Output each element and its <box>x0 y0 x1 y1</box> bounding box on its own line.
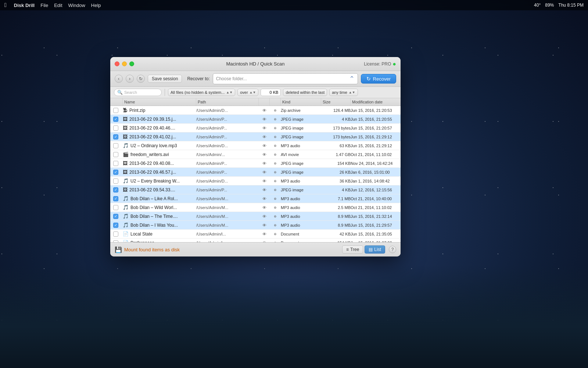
list-view-button[interactable]: ▤ List <box>365 245 385 254</box>
filter-divider <box>165 89 165 96</box>
help-button[interactable]: ? <box>389 246 396 253</box>
col-kind[interactable]: Kind <box>281 98 321 106</box>
file-date: Oct 21, 2014, 11:10:02 <box>351 205 401 210</box>
preview-icon[interactable]: 👁 <box>261 152 267 158</box>
row-checkbox[interactable]: ✓ <box>113 223 118 228</box>
row-checkbox[interactable]: ✓ <box>113 134 118 139</box>
file-list: 🗜Print.zip/Users/Admin/D...👁⊕Zip archive… <box>110 106 401 242</box>
action-icon[interactable]: ⊕ <box>272 125 278 131</box>
preview-icon[interactable]: 👁 <box>261 160 267 166</box>
back-button[interactable]: ‹ <box>115 75 123 83</box>
row-checkbox[interactable] <box>113 161 118 166</box>
minimize-button[interactable] <box>122 61 127 66</box>
file-name: Preferences <box>130 240 154 243</box>
over-dropdown[interactable]: over ▲▼ <box>237 89 258 96</box>
row-checkbox[interactable] <box>113 178 118 184</box>
row-checkbox[interactable]: ✓ <box>113 187 118 192</box>
preview-icon[interactable]: 👁 <box>261 107 267 113</box>
file-path: /Users/Admin/M... <box>196 223 259 227</box>
action-icon[interactable]: ⊕ <box>272 169 278 175</box>
action-icon[interactable]: ⊕ <box>272 205 278 210</box>
action-icon[interactable]: ⊕ <box>272 116 278 122</box>
close-button[interactable] <box>115 61 119 66</box>
preview-icon[interactable]: 👁 <box>261 178 267 184</box>
search-box[interactable]: 🔍 Search <box>114 89 162 96</box>
col-size[interactable]: Size <box>321 98 351 106</box>
file-kind: JPEG image <box>281 161 321 166</box>
menubar-file[interactable]: File <box>40 3 48 8</box>
action-icon[interactable]: ⊕ <box>272 231 278 237</box>
col-checkbox <box>113 98 123 106</box>
row-checkbox[interactable]: ✓ <box>113 117 118 122</box>
menubar-battery: 89% <box>545 3 554 8</box>
file-name: Bob Dilan – The Time.... <box>130 214 178 219</box>
menubar-edit[interactable]: Edit <box>54 3 62 8</box>
table-row: 🗜Print.zip/Users/Admin/D...👁⊕Zip archive… <box>110 106 401 115</box>
action-icon[interactable]: ⊕ <box>272 134 278 140</box>
row-checkbox[interactable]: ✓ <box>113 214 118 219</box>
action-icon[interactable]: ⊕ <box>272 213 278 219</box>
row-checkbox[interactable] <box>113 231 118 237</box>
preview-icon[interactable]: 👁 <box>261 240 267 243</box>
preview-icon[interactable]: 👁 <box>261 169 267 175</box>
preview-icon[interactable]: 👁 <box>261 205 267 210</box>
preview-icon[interactable]: 👁 <box>261 213 267 219</box>
tree-view-button[interactable]: ≡ Tree <box>342 245 363 254</box>
all-files-dropdown[interactable]: All files (no hidden & system... ▲▼ <box>168 89 235 96</box>
folder-chooser[interactable]: Choose folder... ⌃ <box>213 73 358 84</box>
mount-button[interactable]: 💾 Mount found items as disk <box>115 246 180 253</box>
preview-icon[interactable]: 👁 <box>261 116 267 122</box>
action-icon[interactable]: ⊕ <box>272 196 278 202</box>
row-checkbox[interactable] <box>113 108 118 113</box>
action-icon[interactable]: ⊕ <box>272 160 278 166</box>
preview-icon[interactable]: 👁 <box>261 187 267 193</box>
action-icon[interactable]: ⊕ <box>272 187 278 193</box>
file-date: Jun 15, 2016, 21:37:00 <box>351 241 401 243</box>
preview-icon[interactable]: 👁 <box>261 231 267 237</box>
size-input[interactable]: 0 KB <box>261 89 281 96</box>
titlebar: Macintosh HD / Quick Scan License: PRO ● <box>110 57 401 71</box>
apple-menu[interactable]:  <box>4 2 7 8</box>
action-icon[interactable]: ⊕ <box>272 178 278 184</box>
maximize-button[interactable] <box>129 61 134 66</box>
forward-button[interactable]: › <box>126 75 134 83</box>
preview-icon[interactable]: 👁 <box>261 143 267 149</box>
action-icon[interactable]: ⊕ <box>272 107 278 113</box>
file-path: /Users/Admin/P... <box>196 117 259 121</box>
col-date[interactable]: Modification date <box>351 98 401 106</box>
save-session-button[interactable]: Save session <box>148 75 182 83</box>
refresh-button[interactable]: ↻ <box>137 75 145 83</box>
col-name[interactable]: Name <box>123 98 196 106</box>
recover-button[interactable]: ↻ Recover <box>361 74 396 84</box>
action-icon[interactable]: ⊕ <box>272 143 278 149</box>
deleted-within-dropdown[interactable]: deleted within the last <box>283 89 327 96</box>
action-icon[interactable]: ⊕ <box>272 240 278 243</box>
file-kind: JPEG image <box>281 170 321 174</box>
row-checkbox[interactable] <box>113 240 118 243</box>
menubar-help[interactable]: Help <box>91 3 101 8</box>
action-icon[interactable]: ⊕ <box>272 222 278 228</box>
file-name-cell: 🖼2013-06-22 09.41.02.j... <box>123 134 196 139</box>
preview-icon[interactable]: 👁 <box>261 196 267 202</box>
row-checkbox[interactable] <box>113 143 118 148</box>
any-time-dropdown[interactable]: any time ▲▼ <box>329 89 358 96</box>
col-action <box>270 98 281 106</box>
file-path: /Users/Admin/P... <box>196 126 259 130</box>
row-checkbox[interactable] <box>113 205 118 210</box>
traffic-lights <box>115 61 134 66</box>
action-icon[interactable]: ⊕ <box>272 152 278 158</box>
preview-icon[interactable]: 👁 <box>261 134 267 140</box>
file-type-icon: 📄 <box>123 231 129 237</box>
preview-icon[interactable]: 👁 <box>261 125 267 131</box>
row-checkbox[interactable]: ✓ <box>113 170 118 175</box>
file-date: Nov 24, 2014, 16:42:24 <box>351 161 401 166</box>
file-type-icon: 🗜 <box>123 107 128 113</box>
file-date: Jun 15, 2016, 21:20:55 <box>351 117 401 121</box>
row-checkbox[interactable] <box>113 152 118 157</box>
menubar-app-name[interactable]: Disk Drill <box>14 3 35 8</box>
menubar-window[interactable]: Window <box>68 3 85 8</box>
row-checkbox[interactable]: ✓ <box>113 196 118 201</box>
preview-icon[interactable]: 👁 <box>261 222 267 228</box>
col-path[interactable]: Path <box>196 98 259 106</box>
row-checkbox[interactable] <box>113 125 118 131</box>
